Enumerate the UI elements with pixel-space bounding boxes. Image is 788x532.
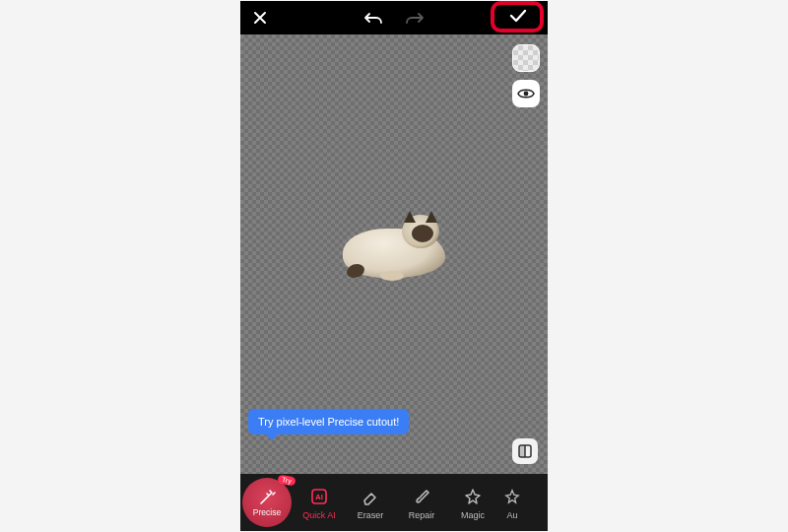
tool-magic[interactable]: Magic (447, 474, 498, 531)
background-toggle-button[interactable] (512, 44, 540, 72)
redo-button[interactable] (405, 11, 425, 25)
ai-icon: AI (309, 487, 329, 506)
tool-label: Quick AI (302, 510, 336, 520)
tool-bar: Try Precise AI Quick AI Eraser Repair Ma… (240, 474, 548, 531)
magic-icon (463, 487, 483, 506)
tool-precise[interactable]: Try Precise (242, 478, 292, 527)
brush-icon (412, 487, 431, 506)
svg-point-0 (524, 92, 529, 97)
tool-label: Repair (409, 510, 435, 520)
tool-auto[interactable]: Au (498, 474, 526, 531)
star-icon (503, 488, 521, 505)
wand-icon (257, 488, 277, 507)
visibility-toggle-button[interactable] (512, 80, 540, 107)
top-bar (240, 1, 548, 34)
precise-tooltip: Try pixel-level Precise cutout! (248, 409, 409, 434)
compare-button[interactable] (512, 438, 538, 464)
history-controls (363, 1, 425, 34)
compare-icon (517, 443, 533, 459)
cutout-subject[interactable] (343, 213, 445, 278)
eye-icon (517, 88, 535, 100)
tool-label: Precise (253, 507, 281, 517)
svg-text:AI: AI (315, 493, 323, 501)
app-frame: Try pixel-level Precise cutout! Try Prec… (240, 1, 548, 531)
tooltip-text: Try pixel-level Precise cutout! (258, 416, 399, 428)
tool-repair[interactable]: Repair (396, 474, 447, 531)
tool-label: Au (506, 510, 517, 520)
tool-label: Eraser (358, 510, 384, 520)
tool-eraser[interactable]: Eraser (345, 474, 396, 531)
tool-label: Magic (461, 510, 485, 520)
eraser-icon (361, 487, 380, 506)
editor-canvas[interactable]: Try pixel-level Precise cutout! (240, 34, 548, 474)
tool-quick-ai[interactable]: AI Quick AI (294, 474, 345, 531)
undo-button[interactable] (363, 11, 383, 25)
close-button[interactable] (240, 1, 280, 34)
confirm-button[interactable] (498, 4, 538, 28)
